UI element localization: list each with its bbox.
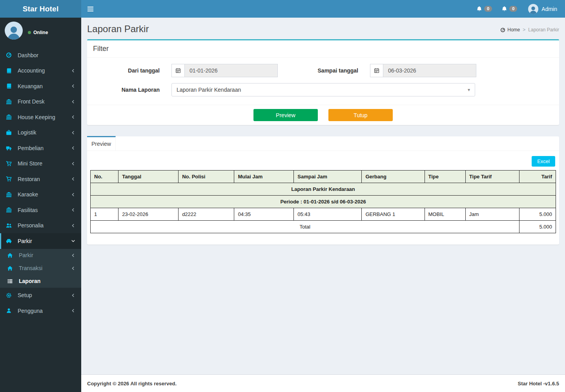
sidebar-item-house-keeping[interactable]: House Keeping: [0, 109, 81, 125]
sidebar-item-karaoke[interactable]: Karaoke: [0, 187, 81, 203]
bank-icon: [6, 99, 15, 105]
sidebar-item-front-desk[interactable]: Front Desk: [0, 94, 81, 110]
col-tipe: Tipe: [425, 171, 465, 183]
sidebar-subitem-transaksi[interactable]: Transaksi: [0, 262, 81, 275]
sidebar-item-mini-store[interactable]: Mini Store: [0, 156, 81, 172]
report-title: Laporan Parkir Kendaraan: [91, 183, 556, 196]
chevron-down-icon: [71, 239, 75, 243]
app-logo[interactable]: Star Hotel: [0, 0, 81, 18]
truck-icon: [6, 145, 15, 151]
sidebar-item-pembelian[interactable]: Pembelian: [0, 140, 81, 156]
col-tipe-tarif: Tipe Tarif: [465, 171, 519, 183]
table-row: 1 23-02-2026 d2222 04:35 05:43 GERBANG 1…: [91, 208, 556, 221]
chevron-left-icon: [71, 131, 75, 135]
home-icon: [7, 252, 16, 258]
navbar-right: 0 0 Admin: [472, 0, 565, 18]
user-name: Admin: [541, 6, 557, 12]
dari-tanggal-input[interactable]: [184, 64, 278, 77]
nama-laporan-select[interactable]: Laporan Parkir Kendaraan ▾: [171, 83, 475, 96]
content-header: Laporan Parkir Home > Laporan Parkir: [81, 18, 565, 39]
tutup-button[interactable]: Tutup: [328, 109, 393, 121]
sidebar-item-personalia[interactable]: Personalia: [0, 218, 81, 234]
page-title: Laporan Parkir: [87, 24, 149, 34]
sidebar-user-panel: Online: [0, 18, 81, 45]
filter-actions: Preview Tutup: [87, 105, 559, 125]
sidebar-item-parkir[interactable]: Parkir: [0, 233, 81, 249]
chevron-left-icon: [71, 69, 75, 73]
filter-box: Filter Dari tanggal Sampai tanggal Nama …: [87, 39, 559, 125]
dashboard-icon: [500, 27, 505, 33]
online-status-dot: [28, 31, 31, 34]
breadcrumb: Home > Laporan Parkir: [500, 27, 559, 33]
chevron-left-icon: [71, 115, 75, 119]
chevron-left-icon: [71, 100, 75, 104]
user-menu[interactable]: Admin: [522, 0, 560, 18]
chevron-left-icon: [71, 146, 75, 150]
chevron-left-icon: [71, 309, 75, 313]
col-tanggal: Tanggal: [118, 171, 179, 183]
breadcrumb-separator: >: [523, 27, 525, 33]
bank-icon: [6, 192, 15, 198]
sidebar-toggle-button[interactable]: [81, 0, 99, 18]
book-icon: [6, 83, 15, 89]
sidebar-item-accounting[interactable]: Accounting: [0, 63, 81, 79]
sidebar-item-setup[interactable]: Setup: [0, 288, 81, 303]
sidebar-subitem-laporan[interactable]: Laporan: [0, 275, 81, 288]
nama-laporan-label: Nama Laporan: [93, 87, 171, 93]
chevron-left-icon: [71, 266, 75, 270]
sidebar: Online Dashbor Accounting Keuangan Front…: [0, 18, 81, 392]
sidebar-subitem-parkir[interactable]: Parkir: [0, 249, 81, 262]
report-periode-row: Periode : 01-01-2026 s/d 06-03-2026: [91, 196, 556, 208]
tab-preview[interactable]: Preview: [87, 136, 116, 151]
sampai-tanggal-input[interactable]: [383, 64, 476, 77]
version-text: Star Hotel -v1.6.5: [518, 381, 560, 387]
sidebar-item-restoran[interactable]: Restoran: [0, 171, 81, 187]
user-avatar: [5, 22, 23, 40]
total-value: 5.000: [519, 221, 556, 233]
preview-tab-content: Excel Laporan Parkir Kendaraan Periode :…: [87, 151, 559, 244]
excel-export-button[interactable]: Excel: [532, 156, 555, 167]
breadcrumb-home-link[interactable]: Home: [500, 27, 520, 33]
notifications-menu-2[interactable]: 0: [497, 0, 522, 18]
chevron-left-icon: [71, 162, 75, 166]
top-navbar: Star Hotel 0 0 Admin: [0, 0, 565, 18]
cart-icon: [6, 176, 15, 182]
col-mulai-jam: Mulai Jam: [234, 171, 294, 183]
sidebar-item-keuangan[interactable]: Keuangan: [0, 78, 81, 94]
caret-down-icon: ▾: [468, 87, 470, 93]
bell-icon: [476, 6, 482, 12]
person-icon: [529, 5, 538, 14]
bank-icon: [6, 207, 15, 213]
report-header: No. Tanggal No. Polisi Mulai Jam Sampai …: [91, 171, 556, 183]
sidebar-item-pengguna[interactable]: Pengguna: [0, 303, 81, 319]
col-gerbang: Gerbang: [362, 171, 425, 183]
preview-tab-box: Preview Excel Laporan Parkir Kendaraan P…: [87, 136, 559, 245]
chevron-left-icon: [71, 253, 75, 258]
total-label: Total: [91, 221, 519, 233]
col-no-polisi: No. Polisi: [179, 171, 234, 183]
dari-tanggal-label: Dari tanggal: [93, 67, 171, 74]
sidebar-item-dashbor[interactable]: Dashbor: [0, 47, 81, 63]
user-avatar: [528, 4, 538, 14]
sidebar-item-logistik[interactable]: Logistik: [0, 125, 81, 141]
dari-tanggal-group: [171, 64, 278, 77]
home-icon: [7, 265, 16, 271]
notifications-menu-1[interactable]: 0: [472, 0, 497, 18]
chevron-left-icon: [71, 223, 75, 228]
gears-icon: [6, 292, 15, 298]
sidebar-item-fasilitas[interactable]: Fasilitas: [0, 202, 81, 218]
col-tarif: Tarif: [519, 171, 556, 183]
preview-button[interactable]: Preview: [253, 109, 318, 121]
notification-count-badge: 0: [509, 6, 517, 12]
users-icon: [6, 223, 15, 229]
col-sampai-jam: Sampai Jam: [294, 171, 362, 183]
report-periode: Periode : 01-01-2026 s/d 06-03-2026: [91, 196, 556, 208]
col-no: No.: [91, 171, 118, 183]
briefcase-icon: [6, 130, 15, 136]
book-icon: [6, 68, 15, 74]
chevron-left-icon: [71, 293, 75, 298]
bank-icon: [6, 114, 15, 120]
sampai-tanggal-group: [370, 64, 476, 77]
nama-laporan-value: Laporan Parkir Kendaraan: [177, 87, 241, 93]
parking-report-table: Laporan Parkir Kendaraan Periode : 01-01…: [90, 170, 556, 233]
